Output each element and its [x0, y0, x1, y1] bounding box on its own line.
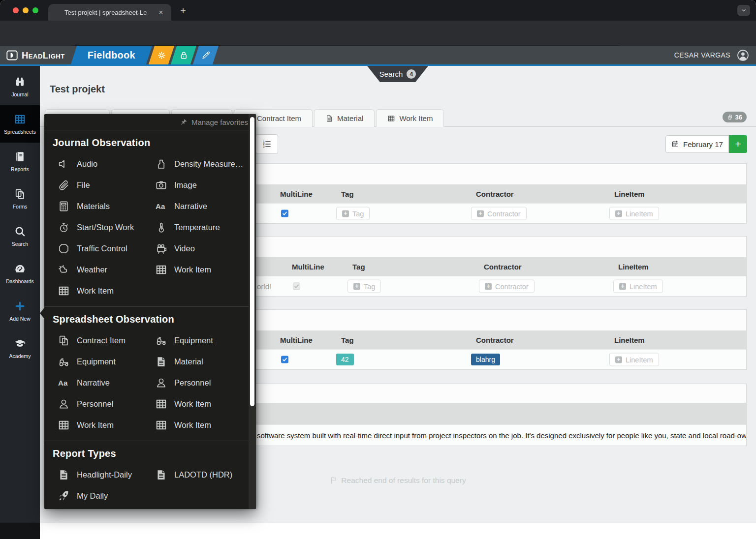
zoom-window-button[interactable]: [32, 7, 38, 13]
sidebar-item-label: Academy: [9, 353, 31, 359]
menu-item-work-item[interactable]: Work Item: [53, 415, 150, 436]
menu-item-personnel[interactable]: Personnel: [53, 393, 150, 415]
grid-icon: [155, 419, 167, 431]
sidebar-item-label: Add New: [9, 316, 31, 322]
manage-favorites-button[interactable]: Manage favorites: [44, 114, 256, 130]
menu-item-label: Start/Stop Work: [77, 223, 134, 232]
menu-item-weather[interactable]: Weather: [53, 259, 150, 280]
menu-section-title: Spreadsheet Observation: [53, 314, 248, 325]
add-new-flyout-menu: Manage favorites Journal ObservationAudi…: [44, 114, 256, 509]
menu-item-label: Narrative: [174, 202, 207, 211]
menu-item-work-item[interactable]: Work Item: [150, 415, 248, 436]
sidebar-item-forms[interactable]: Forms: [0, 180, 40, 217]
close-window-button[interactable]: [13, 7, 19, 13]
menu-item-label: Work Item: [174, 420, 211, 430]
add-lineitem-button[interactable]: LineItem: [613, 280, 663, 293]
menu-scrollbar-thumb[interactable]: [250, 117, 254, 406]
sidebar-item-dashboards[interactable]: Dashboards: [0, 255, 40, 292]
stopwatch-icon: [58, 221, 70, 234]
menu-item-contract-item[interactable]: Contract Item: [53, 330, 150, 351]
add-tag-button[interactable]: Tag: [336, 207, 370, 220]
menu-item-label: My Daily: [77, 491, 108, 501]
sidebar-item-journal[interactable]: Journal: [0, 68, 40, 105]
menu-item-label: LADOTD (HDR): [174, 470, 232, 479]
menu-section-title: Report Types: [53, 448, 248, 459]
menu-item-label: Materials: [77, 202, 110, 211]
menu-item-work-item[interactable]: Work Item: [150, 393, 248, 415]
tractor-icon: [155, 334, 167, 347]
menu-item-materials[interactable]: Materials: [53, 196, 150, 217]
menu-section-report-types: Report TypesHeadlight-DailyLADOTD (HDR)M…: [44, 441, 256, 509]
svg-text:Aa: Aa: [58, 379, 68, 387]
menu-section-journal-observation: Journal ObservationAudioDensity Measure……: [44, 130, 256, 306]
menu-item-my-daily[interactable]: My Daily: [53, 485, 150, 507]
sidebar: JournalSpreadsheetsReportsFormsSearchDas…: [0, 66, 40, 539]
menu-item-equipment[interactable]: Equipment: [53, 351, 150, 372]
menu-item-label: Headlight-Daily: [77, 470, 132, 479]
menu-item-label: Personnel: [174, 378, 211, 388]
value-chip[interactable]: 42: [336, 354, 354, 365]
grid-icon: [58, 285, 70, 297]
plus-icon: [615, 356, 622, 363]
menu-item-personnel[interactable]: Personnel: [150, 372, 248, 393]
sidebar-item-spreadsheets[interactable]: Spreadsheets: [0, 105, 40, 143]
menu-item-temperature[interactable]: Temperature: [150, 217, 248, 238]
menu-item-label: Work Item: [77, 420, 114, 430]
menu-item-work-item[interactable]: Work Item: [53, 280, 150, 301]
value-chip[interactable]: blahrg: [471, 354, 500, 365]
add-tag-button[interactable]: Tag: [347, 280, 381, 293]
menu-item-file[interactable]: File: [53, 175, 150, 196]
menu-item-image[interactable]: Image: [150, 175, 248, 196]
add-lineitem-button[interactable]: LineItem: [609, 207, 659, 220]
speaker-icon: [58, 158, 70, 170]
menu-item-label: Traffic Control: [77, 244, 127, 253]
menu-item-narrative[interactable]: AaNarrative: [53, 372, 150, 393]
menu-item-equipment[interactable]: Equipment: [150, 330, 248, 351]
menu-item-video[interactable]: Video: [150, 238, 248, 259]
add-contractor-button[interactable]: Contractor: [471, 207, 527, 220]
sidebar-item-add-new[interactable]: Add New: [0, 292, 40, 329]
plus-icon: [619, 283, 626, 290]
book-icon: [14, 150, 26, 163]
thermometer-icon: [155, 221, 167, 234]
menu-item-label: Narrative: [77, 378, 110, 388]
menu-item-work-item[interactable]: Work Item: [150, 259, 248, 280]
menu-item-start-stop-work[interactable]: Start/Stop Work: [53, 217, 150, 238]
sidebar-item-label: Journal: [11, 91, 28, 97]
add-contractor-button[interactable]: Contractor: [479, 280, 535, 293]
sidebar-item-reports[interactable]: Reports: [0, 143, 40, 180]
menu-item-label: Audio: [77, 159, 97, 169]
aa-icon: Aa: [155, 200, 167, 212]
add-button-label: Tag: [352, 210, 364, 217]
video-icon: [155, 242, 167, 255]
multiline-checkbox[interactable]: [281, 210, 288, 217]
menu-item-audio[interactable]: Audio: [53, 153, 150, 175]
add-button-label: Tag: [364, 282, 375, 290]
sidebar-item-academy[interactable]: Academy: [0, 329, 40, 367]
person-icon: [155, 377, 167, 389]
search-icon: [14, 225, 26, 238]
multiline-checkbox[interactable]: [281, 356, 288, 363]
minimize-window-button[interactable]: [23, 7, 29, 13]
tractor-icon: [58, 356, 70, 368]
menu-item-ladotd-hdr[interactable]: LADOTD (HDR): [150, 464, 248, 485]
menu-item-material[interactable]: Material: [150, 351, 248, 372]
add-lineitem-button[interactable]: LineItem: [609, 353, 659, 366]
paperclip-icon: [58, 179, 70, 191]
menu-item-density-measure[interactable]: Density Measure…: [150, 153, 248, 175]
menu-item-traffic-control[interactable]: Traffic Control: [53, 238, 150, 259]
pin-icon: [180, 119, 188, 126]
density-icon: [155, 158, 167, 170]
menu-item-label: Contract Item: [77, 336, 126, 345]
column-header: Tag: [341, 190, 354, 198]
menu-section-title: Journal Observation: [53, 137, 248, 149]
sidebar-item-label: Forms: [13, 204, 28, 210]
menu-item-narrative[interactable]: AaNarrative: [150, 196, 248, 217]
menu-item-headlight-daily[interactable]: Headlight-Daily: [53, 464, 150, 485]
grid-icon: [14, 113, 26, 125]
search-count-badge: 4: [407, 69, 416, 79]
column-header: LineItem: [614, 190, 645, 198]
sidebar-item-search[interactable]: Search: [0, 217, 40, 255]
column-header: MultiLine: [292, 263, 324, 271]
column-header: Contractor: [476, 190, 514, 198]
